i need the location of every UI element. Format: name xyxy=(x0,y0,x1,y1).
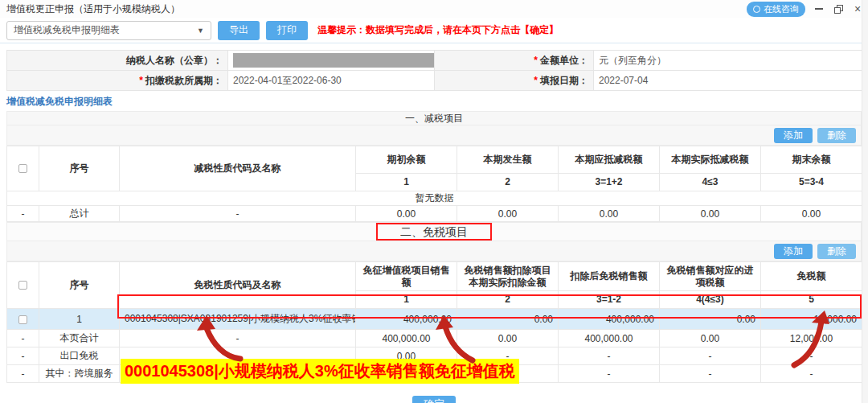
sum-check-cell: - xyxy=(7,330,39,347)
total-value: 0.00 xyxy=(761,206,862,222)
section2-add-button[interactable]: 添加 xyxy=(774,244,813,259)
section2-title-highlight: 二、免税项目 xyxy=(376,223,492,241)
required-mark: * xyxy=(139,75,143,86)
sum-label: 出口免税 xyxy=(39,347,120,365)
print-button[interactable]: 打印 xyxy=(266,21,308,40)
exemption-code-text: 0001045308|SXA031901259|小规模纳税人3%征收率销售额免征… xyxy=(125,313,356,324)
col-header: 免税额 xyxy=(761,262,862,291)
restore-button[interactable] xyxy=(833,3,844,14)
col-number: 5=3-4 xyxy=(761,174,862,191)
col-header: 期初余额 xyxy=(356,146,457,174)
section2-header: 二、免税项目 xyxy=(6,222,862,241)
total-value: 0.00 xyxy=(457,206,559,222)
redacted-taxpayer-name xyxy=(233,53,434,68)
sum-value: 0.00 xyxy=(660,330,761,347)
total-value: 0.00 xyxy=(356,206,457,222)
amount-unit-value: 元（列至角分） xyxy=(594,51,862,71)
window-controls: 在线咨询 × xyxy=(747,2,863,17)
sheet-title: 增值税减免税申报明细表 xyxy=(6,95,862,109)
sum-value: - xyxy=(559,347,660,365)
tax-period-label: *扣缴税款所属期： xyxy=(7,71,228,91)
app-window: 增值税更正申报（适用于小规模纳税人） 在线咨询 × 增值税减免税申报明细表 ▼ … xyxy=(0,0,868,403)
amount-unit-label: *金额单位： xyxy=(435,51,594,71)
taxpayer-name-label: 纳税人名称（公章）： xyxy=(7,51,228,71)
confirm-row: 确定 xyxy=(0,396,868,403)
col-number: 2 xyxy=(457,291,559,309)
confirm-button[interactable]: 确定 xyxy=(412,396,457,403)
col-header: 期末余额 xyxy=(761,146,862,174)
reduction-table: 序号 减税性质代码及名称 期初余额 本期发生额 本期应抵减税额 本期实际抵减税额… xyxy=(6,146,862,222)
section1-add-button[interactable]: 添加 xyxy=(774,128,813,143)
online-service-button[interactable]: 在线咨询 xyxy=(747,2,805,17)
window-title: 增值税更正申报（适用于小规模纳税人） xyxy=(6,2,180,16)
checkbox-icon xyxy=(18,164,27,173)
taxpayer-name-field[interactable] xyxy=(228,51,435,71)
col-header: 本期发生额 xyxy=(457,146,559,174)
total-label: 总计 xyxy=(39,206,120,222)
filing-date-value[interactable]: 2022-07-04 xyxy=(594,71,862,91)
section1-toolbar: 添加 删除 xyxy=(6,125,862,146)
report-select[interactable]: 增值税减免税申报明细表 ▼ xyxy=(6,21,211,40)
exemption-code-select[interactable]: 0001045308|SXA031901259|小规模纳税人3%征收率销售额免征… xyxy=(120,309,356,330)
col-header: 免税销售额对应的进项税额 xyxy=(660,262,761,291)
table-row-page-total: - 本页合计 - 400,000.00 0.00 400,000.00 0.00… xyxy=(7,330,862,347)
sum-check-cell: - xyxy=(7,365,39,383)
col-number: 3=1-2 xyxy=(559,291,660,309)
total-value: 0.00 xyxy=(660,206,761,222)
total-name-cell: - xyxy=(120,206,356,222)
seq-column-header: 序号 xyxy=(39,146,120,191)
toolbar: 增值税减免税申报明细表 ▼ 导出 打印 温馨提示：数据填写完成后，请在本页下方点… xyxy=(0,18,868,43)
cell-value[interactable]: 400,000.00 xyxy=(356,309,457,330)
col-number: 2 xyxy=(457,174,559,191)
exemption-code-column-header: 免税性质代码及名称 xyxy=(120,262,356,309)
sum-value: 0.00 xyxy=(457,330,559,347)
total-check-cell: - xyxy=(7,206,39,222)
seq-column-header: 序号 xyxy=(39,262,120,309)
cell-value[interactable]: 0.00 xyxy=(457,309,559,330)
minimize-icon xyxy=(815,8,823,10)
col-header: 免税销售额扣除项目本期实际扣除金额 xyxy=(457,262,559,291)
filing-date-label: *填报日期： xyxy=(435,71,594,91)
sum-value: 400,000.00 xyxy=(559,330,660,347)
sum-value: 400,000.00 xyxy=(356,330,457,347)
table-row-exemption-1: 1 0001045308|SXA031901259|小规模纳税人3%征收率销售额… xyxy=(7,309,862,330)
minimize-button[interactable] xyxy=(813,3,825,14)
sum-value: - xyxy=(761,347,862,365)
required-mark: * xyxy=(534,55,538,66)
table-row-total: - 总计 - 0.00 0.00 0.00 0.00 0.00 xyxy=(7,206,862,222)
annotation-highlight: 0001045308|小规模纳税人3%征收率销售额免征增值税 xyxy=(121,359,519,384)
cell-value[interactable]: 0.00 xyxy=(660,309,761,330)
headset-icon xyxy=(753,6,760,13)
empty-text: 暂无数据 xyxy=(7,191,862,206)
sum-value: - xyxy=(660,347,761,365)
sum-value: - xyxy=(660,365,761,383)
sum-value: 12,000.00 xyxy=(761,330,862,347)
tax-period-value[interactable]: 2022-04-01至2022-06-30 xyxy=(228,71,435,91)
sum-value: - xyxy=(761,365,862,383)
section1-header: 一、减税项目 xyxy=(6,111,862,125)
restore-icon xyxy=(834,5,843,14)
col-number: 4(4≤3) xyxy=(660,291,761,309)
select-all-checkbox-cell[interactable] xyxy=(7,262,39,309)
col-number: 3=1+2 xyxy=(559,174,660,191)
row-checkbox-cell[interactable] xyxy=(7,309,39,330)
export-button[interactable]: 导出 xyxy=(218,21,260,40)
reduction-code-column-header: 减税性质代码及名称 xyxy=(120,146,356,191)
col-number: 5 xyxy=(761,291,862,309)
caret-down-icon: ▼ xyxy=(197,27,204,35)
section1-delete-button[interactable]: 删除 xyxy=(817,128,856,143)
row-seq: 1 xyxy=(39,309,120,330)
sum-label: 本页合计 xyxy=(39,330,120,347)
col-number: 4≤3 xyxy=(660,174,761,191)
checkbox-icon xyxy=(18,281,27,290)
cell-value[interactable]: 12,000.00 xyxy=(761,309,862,330)
select-all-checkbox-cell[interactable] xyxy=(7,146,39,191)
col-header: 本期实际抵减税额 xyxy=(660,146,761,174)
cell-value[interactable]: 400,000.00 xyxy=(559,309,660,330)
section2-delete-button[interactable]: 删除 xyxy=(817,244,856,259)
header-form: 纳税人名称（公章）： *金额单位： 元（列至角分） *扣缴税款所属期： 2022… xyxy=(6,50,862,91)
scrollbar-track[interactable] xyxy=(862,0,868,403)
sum-label: 其中：跨境服务 xyxy=(39,365,120,383)
report-select-value: 增值税减免税申报明细表 xyxy=(14,23,120,37)
col-number: 1 xyxy=(356,291,457,309)
